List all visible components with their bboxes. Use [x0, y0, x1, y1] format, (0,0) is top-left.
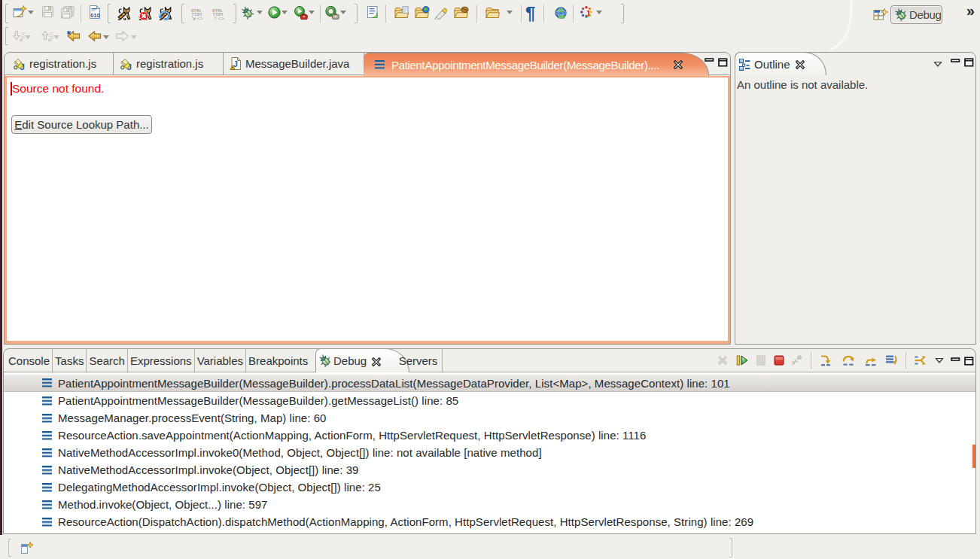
svg-text:?: ? — [214, 16, 217, 21]
svg-text:<>: <> — [197, 16, 203, 21]
svg-text:J: J — [586, 9, 590, 18]
svg-text:J: J — [20, 62, 25, 71]
svg-text:J: J — [127, 62, 132, 71]
svg-text:010: 010 — [90, 12, 100, 19]
svg-text:<>: <> — [218, 16, 224, 21]
